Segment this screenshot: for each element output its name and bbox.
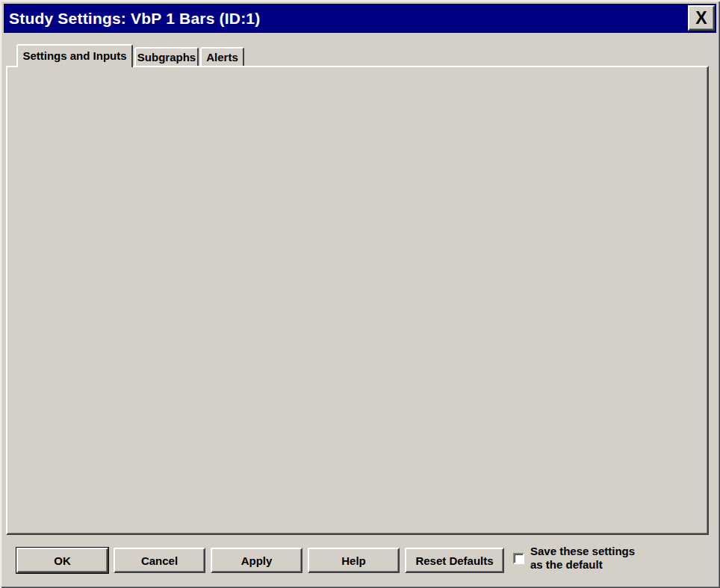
tab-label: Alerts: [206, 51, 238, 64]
tab-label: Settings and Inputs: [22, 49, 126, 62]
save-as-default-label: Save these settings as the default: [530, 545, 635, 572]
tab-subgraphs[interactable]: Subgraphs: [134, 47, 199, 66]
cancel-button[interactable]: Cancel: [114, 548, 205, 573]
tab-alerts[interactable]: Alerts: [200, 47, 244, 66]
tab-label: Subgraphs: [137, 51, 196, 64]
apply-button[interactable]: Apply: [211, 548, 302, 573]
tab-settings-and-inputs[interactable]: Settings and Inputs: [16, 44, 133, 67]
ok-button[interactable]: OK: [16, 548, 108, 573]
save-as-default-label-line1: Save these settings: [530, 545, 635, 558]
title-bar[interactable]: Study Settings: VbP 1 Bars (ID:1): [4, 4, 716, 33]
window-title: Study Settings: VbP 1 Bars (ID:1): [9, 10, 260, 27]
reset-defaults-button[interactable]: Reset Defaults: [405, 548, 504, 573]
tab-page: [6, 66, 709, 535]
close-button[interactable]: X: [688, 5, 715, 31]
save-as-default-label-line2: as the default: [530, 558, 635, 572]
close-icon: X: [695, 8, 707, 28]
study-settings-dialog: Study Settings: VbP 1 Bars (ID:1) X Sett…: [0, 0, 720, 588]
save-as-default-checkbox[interactable]: [513, 553, 524, 564]
help-button[interactable]: Help: [308, 548, 400, 573]
